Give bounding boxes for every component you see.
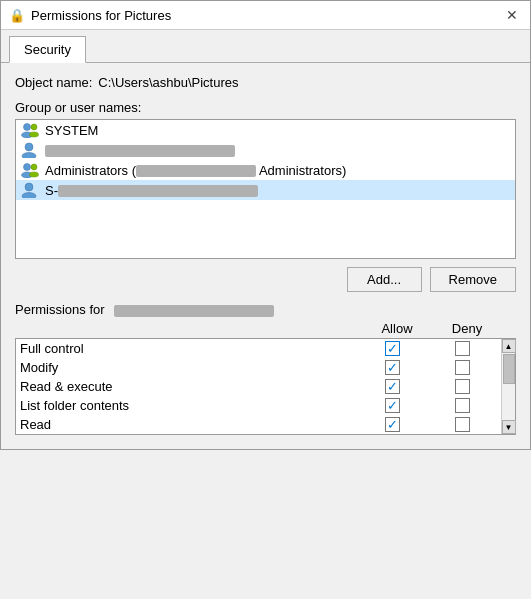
perm-allow-cell[interactable]: ✓ bbox=[357, 341, 427, 356]
permissions-section: Permissions for Allow Deny Full control bbox=[15, 302, 516, 435]
check-icon: ✓ bbox=[387, 342, 398, 355]
perm-allow-header: Allow bbox=[362, 321, 432, 336]
group-icon bbox=[20, 162, 40, 178]
svg-point-3 bbox=[30, 132, 39, 137]
list-item[interactable]: Administrators ( Administrators) bbox=[16, 160, 515, 180]
tab-security-label: Security bbox=[24, 42, 71, 57]
user-icon bbox=[20, 182, 40, 198]
svg-point-4 bbox=[25, 143, 33, 151]
user-name: SYSTEM bbox=[45, 123, 511, 138]
perm-row: Modify ✓ bbox=[16, 358, 501, 377]
perm-deny-cell[interactable] bbox=[427, 379, 497, 394]
svg-point-10 bbox=[25, 183, 33, 191]
group-icon bbox=[20, 122, 40, 138]
deny-checkbox[interactable] bbox=[455, 398, 470, 413]
perm-deny-cell[interactable] bbox=[427, 341, 497, 356]
perm-row: List folder contents ✓ bbox=[16, 396, 501, 415]
permissions-for-label: Permissions for bbox=[15, 302, 516, 317]
list-item[interactable] bbox=[16, 140, 515, 160]
scrollbar[interactable]: ▲ ▼ bbox=[501, 339, 515, 434]
perm-deny-cell[interactable] bbox=[427, 417, 497, 432]
svg-point-0 bbox=[24, 124, 31, 131]
perm-name: List folder contents bbox=[20, 398, 357, 413]
scroll-up-arrow[interactable]: ▲ bbox=[502, 339, 516, 353]
deny-checkbox[interactable] bbox=[455, 360, 470, 375]
perm-allow-cell[interactable]: ✓ bbox=[357, 360, 427, 375]
deny-checkbox[interactable] bbox=[455, 417, 470, 432]
allow-checkbox[interactable]: ✓ bbox=[385, 379, 400, 394]
perm-deny-cell[interactable] bbox=[427, 398, 497, 413]
perm-name: Read & execute bbox=[20, 379, 357, 394]
svg-point-6 bbox=[24, 164, 31, 171]
svg-point-11 bbox=[22, 193, 36, 199]
perm-name: Modify bbox=[20, 360, 357, 375]
button-row: Add... Remove bbox=[15, 267, 516, 292]
remove-button[interactable]: Remove bbox=[430, 267, 516, 292]
perm-name: Full control bbox=[20, 341, 357, 356]
tab-bar: Security bbox=[1, 30, 530, 63]
perm-name: Read bbox=[20, 417, 357, 432]
permissions-table: Full control ✓ Modify bbox=[16, 339, 501, 434]
list-item[interactable]: SYSTEM bbox=[16, 120, 515, 140]
check-icon: ✓ bbox=[387, 418, 398, 431]
perm-allow-cell[interactable]: ✓ bbox=[357, 379, 427, 394]
content-area: Object name: C:\Users\ashbu\Pictures Gro… bbox=[1, 63, 530, 449]
perm-row: Read & execute ✓ bbox=[16, 377, 501, 396]
perm-allow-cell[interactable]: ✓ bbox=[357, 417, 427, 432]
close-button[interactable]: ✕ bbox=[502, 8, 522, 22]
user-name: Administrators ( Administrators) bbox=[45, 163, 511, 178]
permissions-for-name-redacted bbox=[114, 305, 274, 317]
user-name-redacted bbox=[45, 143, 511, 158]
window: 🔒 Permissions for Pictures ✕ Security Ob… bbox=[0, 0, 531, 450]
tab-security[interactable]: Security bbox=[9, 36, 86, 63]
window-title: Permissions for Pictures bbox=[31, 8, 496, 23]
check-icon: ✓ bbox=[387, 380, 398, 393]
svg-point-8 bbox=[31, 164, 37, 170]
permissions-for-text: Permissions for bbox=[15, 302, 105, 317]
object-name-row: Object name: C:\Users\ashbu\Pictures bbox=[15, 75, 516, 90]
svg-point-5 bbox=[22, 153, 36, 159]
permissions-table-wrapper: Full control ✓ Modify bbox=[15, 338, 516, 435]
perm-deny-header: Deny bbox=[432, 321, 502, 336]
perm-row: Full control ✓ bbox=[16, 339, 501, 358]
perm-allow-cell[interactable]: ✓ bbox=[357, 398, 427, 413]
add-button[interactable]: Add... bbox=[347, 267, 422, 292]
user-name-redacted: S- bbox=[45, 183, 511, 198]
allow-checkbox[interactable]: ✓ bbox=[385, 341, 400, 356]
scroll-down-arrow[interactable]: ▼ bbox=[502, 420, 516, 434]
deny-checkbox[interactable] bbox=[455, 341, 470, 356]
svg-point-2 bbox=[31, 124, 37, 130]
window-icon: 🔒 bbox=[9, 7, 25, 23]
svg-point-9 bbox=[30, 172, 39, 177]
check-icon: ✓ bbox=[387, 399, 398, 412]
deny-checkbox[interactable] bbox=[455, 379, 470, 394]
group-label: Group or user names: bbox=[15, 100, 516, 115]
object-name-label: Object name: bbox=[15, 75, 92, 90]
perm-deny-cell[interactable] bbox=[427, 360, 497, 375]
allow-checkbox[interactable]: ✓ bbox=[385, 360, 400, 375]
list-item[interactable]: S- bbox=[16, 180, 515, 200]
title-bar: 🔒 Permissions for Pictures ✕ bbox=[1, 1, 530, 30]
allow-checkbox[interactable]: ✓ bbox=[385, 417, 400, 432]
check-icon: ✓ bbox=[387, 361, 398, 374]
user-icon bbox=[20, 142, 40, 158]
users-list[interactable]: SYSTEM bbox=[15, 119, 516, 259]
perm-row: Read ✓ bbox=[16, 415, 501, 434]
allow-checkbox[interactable]: ✓ bbox=[385, 398, 400, 413]
object-name-value: C:\Users\ashbu\Pictures bbox=[98, 75, 238, 90]
permissions-header-row: Allow Deny bbox=[15, 321, 516, 336]
scroll-thumb[interactable] bbox=[503, 354, 515, 384]
